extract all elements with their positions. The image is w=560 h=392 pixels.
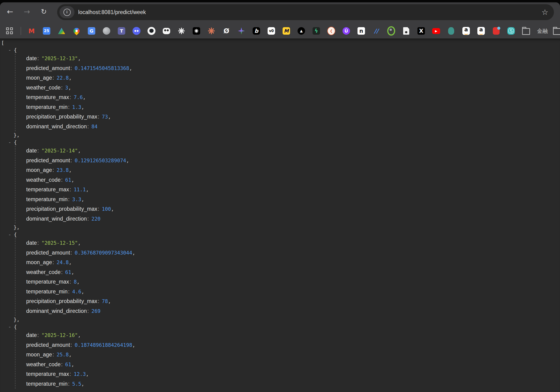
apps-grid-icon[interactable] [6,26,14,35]
reload-button[interactable]: ↻ [38,6,49,17]
info-icon: i [63,9,71,16]
json-comma: , [71,269,74,275]
bolt-icon[interactable]: b [252,26,260,35]
json-object-open: -{ [0,46,560,54]
u-badge-icon[interactable]: Û [342,26,350,35]
document-icon[interactable] [402,26,410,35]
json-line: date:"2025-12-13", [0,54,560,63]
json-line: moon_age:24.8, [0,258,560,267]
discord-icon[interactable] [132,26,140,35]
gemini-icon[interactable] [237,26,245,35]
back-button[interactable]: ← [5,6,15,17]
json-record: -{date:"2025-12-13",predicted_amount:0.1… [0,46,560,139]
json-colon: : [70,371,71,377]
json-key: temperature_min [26,196,68,202]
google-calendar-icon[interactable]: 25 [43,26,50,35]
json-comma: , [129,65,132,71]
s-badge-icon[interactable]: Ⓢ [507,26,515,35]
json-value-number: 4.6 [72,289,81,295]
robot-face-icon[interactable] [162,26,170,35]
amazon-shape: a [462,27,470,35]
miro-icon[interactable]: M [282,26,290,35]
json-key: predicted_amount [26,65,70,71]
gmail-icon[interactable]: M [28,26,36,35]
json-comma: , [68,85,71,91]
json-colon: : [98,298,99,304]
youtube-icon[interactable]: ▶ [432,26,440,35]
mercari-shape [493,27,500,35]
json-colon: : [38,148,39,154]
grok-icon[interactable]: Ø [222,26,230,35]
json-comma: , [78,240,81,246]
gmail-icon-glyph: M [28,27,35,35]
notion-icon[interactable]: n [357,26,365,35]
s-badge-icon-glyph: Ⓢ [507,27,515,35]
pinwheel-icon[interactable] [192,26,200,35]
github-icon[interactable] [148,26,155,35]
json-colon: : [61,85,62,91]
openai-icon[interactable] [178,26,185,35]
robot-face-shape [163,28,170,34]
json-key: date [26,55,37,61]
json-colon: : [68,104,70,110]
teams-icon[interactable]: T [118,26,125,35]
orange-circle-icon[interactable]: ❮ [327,26,335,35]
blue-slashes-icon-glyph: // [372,27,380,35]
json-comma: , [78,148,81,154]
bookmark-star-icon[interactable]: ☆ [541,8,548,17]
json-value-number: 0.1471545045813368 [75,65,129,71]
overflow-folder-icon[interactable] [553,26,560,35]
x-icon-glyph: X [417,27,425,35]
close-brace: }, [14,317,20,322]
json-comma: , [86,187,89,192]
json-value-number: 220 [91,216,100,222]
json-key: precipitation_probability_max [26,206,97,212]
json-line: moon_age:22.8, [0,73,560,83]
json-key: date [26,148,37,154]
supabase-icon[interactable]: ϟ [312,26,320,35]
json-comma: , [126,158,129,163]
collapse-toggle[interactable]: - [8,231,11,237]
amazon-icon[interactable]: a [462,26,470,35]
google-drive-icon[interactable] [58,26,66,35]
amazon-jp-icon[interactable]: a [477,26,485,35]
json-line: temperature_min:3.3, [0,195,560,204]
site-info-chip[interactable]: i [60,6,74,18]
json-object-close: }, [0,316,560,323]
teal-mascot-icon[interactable] [447,26,455,35]
json-key: temperature_max [26,371,69,377]
google-translate-icon[interactable]: G [88,26,96,35]
collapse-toggle[interactable]: - [8,47,11,53]
browser-toolbar: ← → ↻ i localhost:8081/predict/week ☆ [0,2,560,23]
collapse-toggle[interactable]: - [8,139,11,145]
json-value-number: 24.8 [57,260,69,265]
url-text[interactable]: localhost:8081/predict/week [78,9,146,15]
json-line: date:"2025-12-14", [0,146,560,156]
blue-slashes-icon[interactable]: // [372,26,380,35]
browser-window: ← → ↻ i localhost:8081/predict/week ☆ M2… [0,0,560,392]
google-calendar-icon-glyph: 25 [43,27,50,35]
v0-icon[interactable]: v0 [267,26,275,35]
json-colon: : [70,250,72,256]
json-comma: , [81,196,84,202]
bookmarks-divider [20,27,21,35]
forward-button[interactable]: → [21,6,32,17]
x-icon[interactable]: X [417,26,425,35]
indent-guide [15,146,15,224]
url-bar[interactable]: i localhost:8081/predict/week ☆ [57,4,554,20]
collapse-toggle[interactable]: - [8,324,11,330]
globe-icon[interactable] [102,26,110,35]
mercari-icon[interactable] [492,26,500,35]
teams-icon-glyph: T [118,27,125,35]
vercel-icon[interactable]: ▲ [297,26,305,35]
green-ring-icon[interactable] [387,26,395,35]
mascot-shape [448,27,454,35]
claude-icon[interactable] [207,26,215,35]
json-viewer: [-{date:"2025-12-13",predicted_amount:0.… [0,39,560,392]
json-colon: : [98,206,99,212]
json-line: temperature_min:5.5, [0,379,560,389]
google-maps-icon[interactable] [73,26,80,35]
finance-folder-label[interactable]: 金融 [537,26,548,35]
finance-folder-icon[interactable] [522,26,530,35]
json-colon: : [52,75,54,81]
